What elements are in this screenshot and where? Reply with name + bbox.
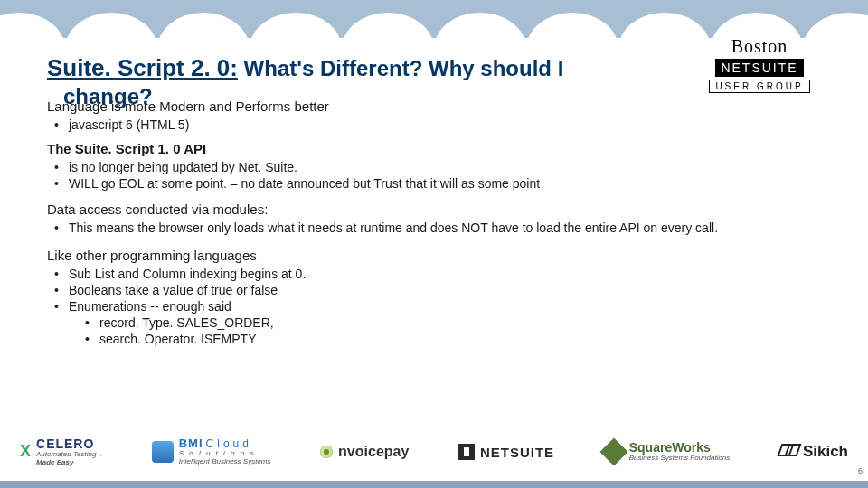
sec1-b1: javascript 6 (HTML 5)	[51, 117, 821, 132]
squareworks-icon	[599, 437, 627, 465]
sponsor-squareworks: SquareWorks Business Systems Foundations	[604, 441, 731, 463]
bmi-icon	[152, 441, 174, 463]
sec2-head: The Suite. Script 1. 0 API	[47, 141, 821, 156]
netsuite-name: NETSUITE	[480, 445, 554, 460]
sec3-list: This means the browser only loads what i…	[51, 221, 821, 235]
sec4-lead: Like other programming languages	[47, 248, 821, 263]
sponsor-footer: X CELERO Automated Testing .. Made Easy …	[0, 427, 868, 477]
slide-content: Suite. Script 2. 0: What's Different? Wh…	[47, 54, 821, 416]
sec4-b3-text: Enumerations -- enough said	[69, 299, 231, 314]
sponsor-sikich: Sikich	[779, 443, 848, 461]
xcelero-name: CELERO	[36, 437, 102, 451]
sec3-lead: Data access conducted via modules:	[47, 202, 821, 217]
sec1-list: javascript 6 (HTML 5)	[51, 117, 821, 132]
sikich-icon	[779, 444, 797, 460]
sec2-list: is no longer being updated by Net. Suite…	[51, 160, 821, 191]
bmi-name1: BMI	[179, 436, 203, 450]
footer-bar	[0, 481, 868, 488]
sikich-name: Sikich	[803, 443, 848, 461]
squareworks-name: SquareWorks	[629, 441, 731, 455]
sec4-b1: Sub List and Column indexing begins at 0…	[51, 267, 821, 281]
bmi-tag: Intelligent Business Systems	[179, 458, 271, 466]
sponsor-bmi: BMI Cloud S o l u t i o n s Intelligent …	[152, 437, 271, 466]
sec2-b1: is no longer being updated by Net. Suite…	[51, 160, 821, 174]
sec4-b2: Booleans take a value of true or false	[51, 283, 821, 297]
sec4-list: Sub List and Column indexing begins at 0…	[51, 267, 821, 346]
title-prefix: Suite. Script 2. 0:	[47, 54, 238, 81]
netsuite-icon	[458, 444, 475, 460]
sec3-b1: This means the browser only loads what i…	[51, 221, 821, 235]
bmi-name2: Cloud	[206, 437, 252, 450]
sec4-b3: Enumerations -- enough said record. Type…	[51, 299, 821, 346]
xcelero-icon: X	[20, 442, 31, 461]
sec4-b3b: search. Operator. ISEMPTY	[83, 332, 821, 346]
nvoicepay-icon	[320, 446, 333, 458]
slide-title: Suite. Script 2. 0: What's Different? Wh…	[47, 54, 821, 82]
squareworks-tag: Business Systems Foundations	[629, 455, 731, 463]
page-number: 6	[858, 466, 863, 475]
title-rest: What's Different? Why should I	[238, 56, 563, 80]
sec4-b3a: record. Type. SALES_ORDER,	[83, 315, 821, 330]
sponsor-xcelero: X CELERO Automated Testing .. Made Easy	[20, 437, 102, 467]
sponsor-nvoicepay: nvoicepay	[320, 444, 409, 460]
sec2-b2: WILL go EOL at some point. – no date ann…	[51, 176, 821, 191]
nvoicepay-name: nvoicepay	[338, 444, 409, 460]
xcelero-tag2: Made Easy	[36, 459, 102, 467]
sponsor-netsuite: NETSUITE	[458, 444, 554, 460]
